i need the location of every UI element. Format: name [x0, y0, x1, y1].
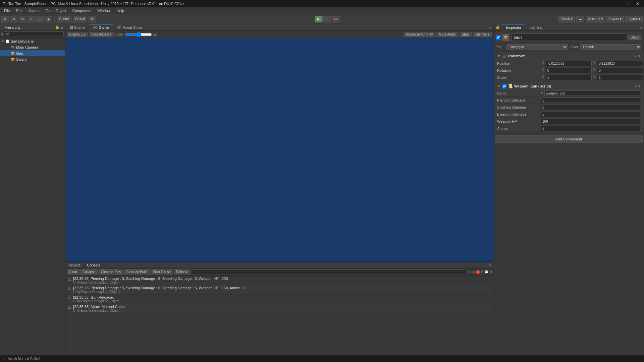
play-button[interactable]: ▶ [315, 16, 323, 22]
tree-item-sword[interactable]: 📦 Sword [0, 56, 65, 62]
hierarchy-menu-icon[interactable]: ≡ [61, 25, 63, 29]
tree-item-samplescene[interactable]: ▼ 📄 SampleScene ⋮ [0, 38, 65, 44]
piercing-damage-input[interactable] [541, 98, 640, 103]
pos-y-input[interactable] [597, 61, 643, 66]
status-bar: ⚠ Attack Method Called! [0, 355, 644, 362]
clear-on-play-btn[interactable]: Clear on Play [99, 269, 123, 275]
console-tabs-menu[interactable]: ≡ [487, 263, 493, 267]
transform-settings-icon[interactable]: ⚙ [637, 54, 640, 58]
tree-item-gun[interactable]: 📦 Gun [0, 50, 65, 56]
toolbar-center-btn[interactable]: Center [57, 16, 71, 22]
maximize-on-play-btn[interactable]: Maximize On Play [404, 32, 435, 37]
hierarchy-lock-icon[interactable]: 🔒 [55, 25, 60, 29]
toolbar-transform-hand[interactable]: ✥ [1, 16, 9, 22]
static-dropdown[interactable]: Static [628, 35, 641, 40]
tag-label: Tag [496, 45, 504, 49]
menu-component[interactable]: Component [69, 8, 94, 13]
menu-help[interactable]: Help [114, 8, 127, 13]
clear-on-build-btn[interactable]: Clear on Build [124, 269, 150, 275]
rot-y-input[interactable] [597, 68, 643, 73]
lock-icon[interactable]: 🔒 [493, 24, 502, 30]
slashing-damage-input[interactable] [541, 105, 640, 110]
step-button[interactable]: ⏭ [332, 16, 340, 22]
hierarchy-search[interactable] [4, 32, 64, 37]
gameobject-name-input[interactable] [511, 34, 626, 41]
window-controls[interactable]: — ❐ ✕ [615, 1, 641, 6]
collapse-btn[interactable]: Collapse [80, 269, 98, 275]
scale-y-input[interactable] [597, 75, 643, 80]
close-btn[interactable]: ✕ [634, 1, 641, 6]
bleeding-damage-input[interactable] [541, 112, 640, 117]
menu-window[interactable]: Window [95, 8, 113, 13]
pos-x-input[interactable] [546, 61, 592, 66]
collab-btn[interactable]: Collab ▾ [558, 16, 575, 22]
project-tab[interactable]: Project [65, 262, 84, 268]
minimize-btn[interactable]: — [615, 1, 624, 6]
transform-collapse-arrow[interactable]: ▼ [497, 54, 501, 58]
editor-btn[interactable]: Editor ▾ [174, 269, 190, 275]
toolbar-global-btn[interactable]: Global [73, 16, 87, 22]
pause-button[interactable]: ⏸ [323, 16, 331, 22]
scale-x-input[interactable] [546, 75, 592, 80]
display-label: Display 1 [69, 33, 83, 36]
tree-arrow-scene: ▼ [1, 40, 5, 43]
rot-x-input[interactable] [546, 68, 592, 73]
menu-assets[interactable]: Assets [26, 8, 42, 13]
layers-btn[interactable]: Layers ▾ [606, 16, 624, 22]
display-selector[interactable]: Display 1 ▾ [67, 32, 88, 37]
error-pause-btn[interactable]: Error Pause [151, 269, 173, 275]
lighting-tab[interactable]: Lighting [525, 24, 546, 31]
toolbar-transform-move[interactable]: ⊕ [10, 16, 17, 22]
account-btn[interactable]: Account ▾ [586, 16, 605, 22]
ammo-input[interactable] [541, 126, 640, 131]
weapon-info-icon[interactable]: ℹ [635, 84, 636, 88]
inspector-tab[interactable]: Inspector [502, 24, 525, 31]
inspector-tabs-menu[interactable]: ≡ [638, 25, 644, 29]
game-toolbar: Display 1 ▾ Free Aspect ▾ Scale 1x Maxim… [65, 31, 493, 38]
toolbar-transform-scale[interactable]: ⤢ [28, 16, 35, 22]
console-entry-2[interactable]: ⚠ [22:35:33] Gun Reloaded! UnityEngine.D… [65, 295, 493, 304]
asset-store-tab[interactable]: 🛒 Asset Store [113, 24, 146, 31]
hierarchy-header: Hierarchy 🔒 ≡ [0, 24, 65, 31]
console-entry-3[interactable]: ⚠ [22:35:33] Attack Method Called! Unity… [65, 304, 493, 313]
stats-btn[interactable]: Stats [460, 32, 472, 37]
scene-tab[interactable]: 🖼 Scene [65, 24, 89, 31]
clear-btn[interactable]: Clear [67, 269, 79, 275]
mute-label: Mute Audio [439, 33, 455, 36]
cloud-btn[interactable]: ☁ [576, 16, 584, 22]
weapon-gun-enabled[interactable] [502, 84, 506, 88]
menu-file[interactable]: File [1, 8, 13, 13]
console-entry-1[interactable]: ⚠ [22:35:33] Piercing Damage : 5, Slashi… [65, 285, 493, 295]
maximize-btn[interactable]: ❐ [625, 1, 633, 6]
hierarchy-tab[interactable]: Hierarchy [2, 25, 23, 30]
script-input[interactable] [544, 90, 640, 96]
game-tab[interactable]: 🎮 Game [89, 24, 113, 31]
tag-select[interactable]: Untagged [506, 44, 568, 50]
console-tab[interactable]: Console [84, 262, 104, 268]
add-component-button[interactable]: Add Component [495, 135, 643, 143]
view-tabs-menu[interactable]: ≡ [487, 25, 493, 29]
gizmos-btn[interactable]: Gizmos ▾ [473, 32, 492, 37]
scale-slider[interactable] [125, 32, 152, 37]
console-search-input[interactable] [192, 269, 466, 275]
hierarchy-add-btn[interactable]: + [1, 32, 3, 36]
menu-edit[interactable]: Edit [13, 8, 25, 13]
weapon-settings-icon[interactable]: ⚙ [637, 84, 640, 88]
toolbar-transform-rect[interactable]: ⊞ [36, 16, 44, 22]
toolbar-transform-custom[interactable]: ◈ [45, 16, 52, 22]
game-view[interactable] [65, 38, 493, 261]
tree-item-maincamera[interactable]: 📷 Main Camera [0, 44, 65, 50]
aspect-selector[interactable]: Free Aspect ▾ [89, 32, 114, 37]
layout-btn[interactable]: Layout ▾ [625, 16, 643, 22]
weapon-hp-input[interactable] [541, 119, 640, 124]
toolbar-transform-rotate[interactable]: ↺ [19, 16, 26, 22]
toolbar-snap-btn[interactable]: ⚙ [89, 16, 96, 22]
weapon-collapse-arrow[interactable]: ▼ [497, 84, 501, 88]
gameobject-enabled-checkbox[interactable] [496, 35, 500, 40]
console-entry-0[interactable]: ⚠ [22:35:33] Piercing Damage : 3, Slashi… [65, 276, 493, 285]
scene-options-icon[interactable]: ⋮ [60, 39, 64, 44]
layer-select[interactable]: Default [580, 44, 642, 50]
transform-info-icon[interactable]: ℹ [635, 54, 636, 58]
menu-gameobject[interactable]: GameObject [43, 8, 69, 13]
mute-audio-btn[interactable]: Mute Audio [436, 32, 458, 37]
